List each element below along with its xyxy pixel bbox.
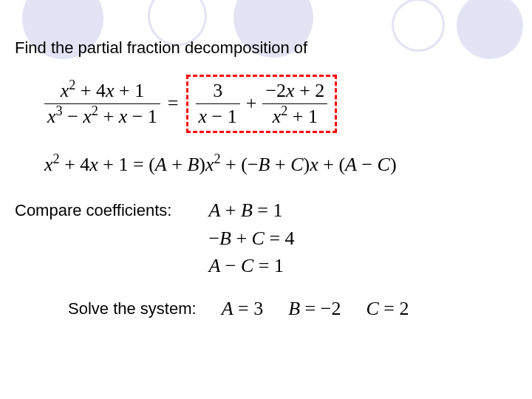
- slide-content: Find the partial fraction decomposition …: [0, 0, 532, 320]
- plus-sign: +: [246, 92, 257, 115]
- compare-label: Compare coefficients:: [15, 197, 171, 220]
- term2-denominator: x2 + 1: [270, 106, 321, 128]
- system-eq-1: A + B = 1: [208, 197, 294, 225]
- lhs-denominator: x3 − x2 + x − 1: [44, 106, 160, 128]
- solve-system-row: Solve the system: A = 3 B = −2 C = 2: [15, 298, 517, 320]
- prompt-text: Find the partial fraction decomposition …: [15, 38, 517, 58]
- result-highlight-box: 3 x − 1 + −2x + 2 x2 + 1: [186, 75, 338, 133]
- term2-numerator: −2x + 2: [262, 80, 327, 102]
- decomposition-equation: x2 + 4x + 1 x3 − x2 + x − 1 = 3 x − 1 + …: [44, 71, 517, 136]
- equation-system: A + B = 1 −B + C = 4 A − C = 1: [208, 197, 294, 280]
- solutions: A = 3 B = −2 C = 2: [222, 298, 409, 320]
- term1-denominator: x − 1: [196, 106, 240, 128]
- solution-B: B = −2: [288, 298, 341, 320]
- solve-label: Solve the system:: [68, 299, 197, 318]
- system-eq-2: −B + C = 4: [208, 225, 294, 253]
- compare-coefficients-row: Compare coefficients: A + B = 1 −B + C =…: [15, 197, 517, 280]
- equals-sign: =: [168, 92, 179, 115]
- solution-A: A = 3: [222, 298, 264, 320]
- lhs-numerator: x2 + 4x + 1: [58, 80, 148, 102]
- expansion-equation: x2 + 4x + 1 = (A + B)x2 + (−B + C)x + (A…: [44, 154, 517, 176]
- solution-C: C = 2: [366, 298, 409, 320]
- system-eq-3: A − C = 1: [208, 252, 294, 280]
- term1-numerator: 3: [210, 80, 225, 102]
